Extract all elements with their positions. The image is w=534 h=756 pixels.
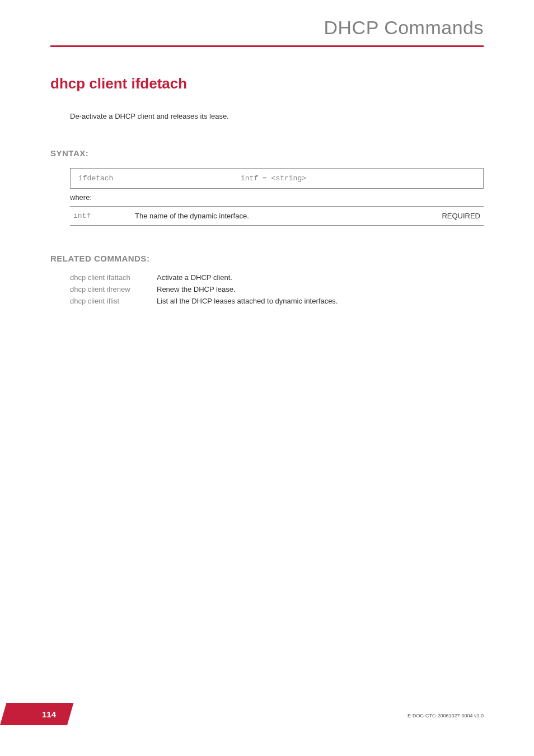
page-number-tab: 114 bbox=[0, 703, 67, 725]
related-description: Activate a DHCP client. bbox=[157, 273, 232, 282]
command-title: dhcp client ifdetach bbox=[50, 75, 484, 92]
related-table: dhcp client ifattach Activate a DHCP cli… bbox=[70, 273, 484, 305]
page-number: 114 bbox=[42, 710, 56, 719]
document-id: E-DOC-CTC-20061027-0004 v1.0 bbox=[407, 713, 484, 725]
page-number-background bbox=[0, 703, 73, 725]
main-content: dhcp client ifdetach De-activate a DHCP … bbox=[0, 47, 534, 305]
related-heading: RELATED COMMANDS: bbox=[50, 254, 484, 263]
syntax-table: ifdetach intf = <string> bbox=[70, 168, 484, 189]
related-command-link[interactable]: dhcp client iflist bbox=[70, 297, 157, 305]
related-command-link[interactable]: dhcp client ifattach bbox=[70, 273, 157, 282]
page-header: DHCP Commands bbox=[0, 0, 534, 39]
param-row: intf The name of the dynamic interface. … bbox=[70, 207, 484, 226]
page-header-title: DHCP Commands bbox=[0, 17, 484, 39]
related-row: dhcp client ifattach Activate a DHCP cli… bbox=[70, 273, 484, 282]
syntax-command: ifdetach bbox=[78, 174, 202, 183]
where-label: where: bbox=[70, 193, 484, 202]
related-section: RELATED COMMANDS: dhcp client ifattach A… bbox=[50, 254, 484, 305]
param-description: The name of the dynamic interface. bbox=[132, 207, 422, 226]
related-command-link[interactable]: dhcp client ifrenew bbox=[70, 285, 157, 293]
param-required: REQUIRED bbox=[422, 207, 484, 226]
syntax-row: ifdetach intf = <string> bbox=[70, 168, 484, 189]
param-name: intf bbox=[70, 207, 132, 226]
syntax-heading: SYNTAX: bbox=[50, 148, 484, 158]
syntax-params: intf = <string> bbox=[202, 174, 475, 183]
related-description: List all the DHCP leases attached to dyn… bbox=[157, 297, 338, 305]
related-description: Renew the DHCP lease. bbox=[157, 285, 236, 293]
related-row: dhcp client iflist List all the DHCP lea… bbox=[70, 297, 484, 305]
related-row: dhcp client ifrenew Renew the DHCP lease… bbox=[70, 285, 484, 293]
params-table: intf The name of the dynamic interface. … bbox=[70, 206, 484, 226]
page-footer: 114 E-DOC-CTC-20061027-0004 v1.0 bbox=[0, 703, 534, 725]
command-description: De-activate a DHCP client and releases i… bbox=[70, 112, 484, 120]
